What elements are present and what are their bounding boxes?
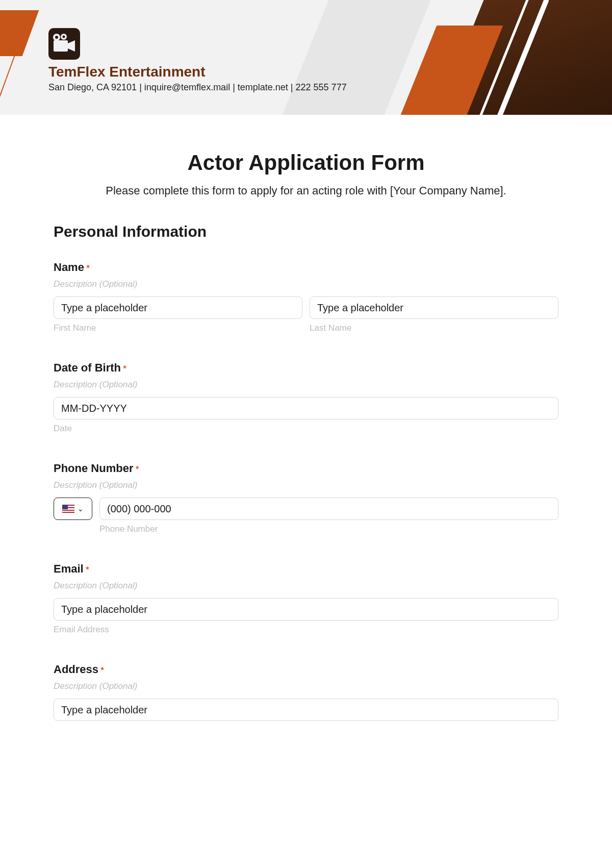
email-label: Email bbox=[54, 562, 84, 575]
svg-point-4 bbox=[55, 36, 58, 39]
field-name: Name * Description (Optional) First Name… bbox=[54, 261, 558, 333]
dob-label: Date of Birth bbox=[54, 361, 121, 374]
email-sublabel: Email Address bbox=[54, 625, 558, 635]
country-code-select[interactable]: ⌄ bbox=[54, 498, 92, 520]
email-description: Description (Optional) bbox=[54, 581, 558, 591]
page-header: TemFlex Entertainment San Diego, CA 9210… bbox=[0, 0, 612, 115]
phone-description: Description (Optional) bbox=[54, 480, 558, 490]
form-main: Actor Application Form Please complete t… bbox=[0, 115, 612, 741]
company-contact-line: San Diego, CA 92101 | inquire@temflex.ma… bbox=[48, 82, 347, 93]
flag-us-icon bbox=[62, 505, 74, 513]
dob-sublabel: Date bbox=[54, 424, 558, 434]
company-name: TemFlex Entertainment bbox=[48, 64, 347, 80]
phone-input[interactable] bbox=[99, 498, 558, 520]
name-description: Description (Optional) bbox=[54, 279, 558, 289]
address-label: Address bbox=[54, 663, 98, 676]
name-label: Name bbox=[54, 261, 84, 274]
chevron-down-icon: ⌄ bbox=[78, 505, 84, 513]
required-mark: * bbox=[101, 666, 104, 675]
field-phone: Phone Number * Description (Optional) ⌄ … bbox=[54, 462, 558, 534]
company-logo bbox=[48, 28, 80, 60]
required-mark: * bbox=[86, 264, 89, 272]
svg-marker-3 bbox=[68, 40, 75, 52]
first-name-input[interactable] bbox=[54, 296, 302, 319]
field-address: Address * Description (Optional) bbox=[54, 663, 558, 721]
first-name-sublabel: First Name bbox=[54, 323, 302, 333]
address-description: Description (Optional) bbox=[54, 681, 558, 691]
required-mark: * bbox=[123, 364, 126, 373]
form-intro: Please complete this form to apply for a… bbox=[54, 184, 558, 197]
address-input[interactable] bbox=[54, 699, 558, 721]
decor-shape bbox=[0, 10, 39, 56]
form-title: Actor Application Form bbox=[54, 151, 558, 175]
svg-rect-2 bbox=[54, 40, 68, 52]
required-mark: * bbox=[86, 565, 89, 574]
email-input[interactable] bbox=[54, 598, 558, 621]
camera-icon bbox=[52, 32, 77, 56]
last-name-sublabel: Last Name bbox=[310, 323, 558, 333]
dob-input[interactable] bbox=[54, 397, 558, 419]
required-mark: * bbox=[136, 465, 139, 474]
phone-label: Phone Number bbox=[54, 462, 133, 475]
field-dob: Date of Birth * Description (Optional) D… bbox=[54, 361, 558, 434]
svg-point-5 bbox=[63, 36, 65, 38]
phone-sublabel: Phone Number bbox=[99, 524, 558, 534]
last-name-input[interactable] bbox=[310, 296, 558, 319]
field-email: Email * Description (Optional) Email Add… bbox=[54, 562, 558, 635]
dob-description: Description (Optional) bbox=[54, 380, 558, 390]
section-heading-personal: Personal Information bbox=[54, 223, 558, 240]
